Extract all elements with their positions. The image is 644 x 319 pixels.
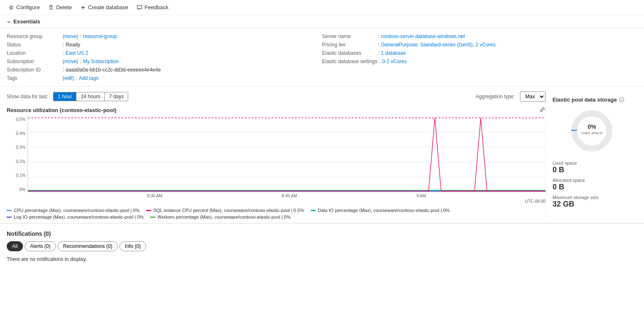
status-value: Ready — [66, 42, 80, 48]
essentials-row-elastic-db-settings: Elastic database settings : 0-2 vCores — [322, 59, 637, 64]
status-label: Status — [7, 42, 61, 48]
configure-button[interactable]: Configure — [5, 3, 43, 12]
chart-wrapper: 0.5% 0.4% 0.3% 0.2% 0.1% 0% — [28, 117, 545, 204]
svg-rect-1 — [50, 6, 52, 9]
delete-label: Delete — [56, 4, 72, 10]
storage-title-text: Elastic pool data storage — [553, 97, 617, 103]
max-storage-value: 32 GB — [553, 200, 631, 209]
subscription-id-label: Subscription ID — [7, 67, 61, 73]
pricing-tier-label: Pricing tier — [322, 42, 376, 48]
y-label-3: 0.3% — [16, 145, 25, 150]
time-btn-1hour[interactable]: 1 hour — [53, 92, 76, 101]
y-label-2: 0.2% — [16, 159, 25, 164]
tags-edit-link[interactable]: (edit) — [63, 75, 74, 81]
subscription-move-link[interactable]: (move) — [63, 59, 78, 64]
svg-point-0 — [10, 6, 12, 8]
server-name-label: Server name — [322, 33, 376, 39]
location-link[interactable]: East US 2 — [66, 50, 88, 56]
y-label-1: 0.1% — [16, 173, 25, 178]
configure-label: Configure — [16, 4, 40, 10]
grid-line-bottom — [28, 192, 545, 192]
essentials-header[interactable]: Essentials — [0, 15, 644, 28]
legend-log-io-label: Log IO percentage (Max), courseware/cont… — [14, 214, 144, 219]
legend-cpu: CPU percentage (Max), courseware/contoso… — [7, 208, 139, 213]
time-btn-24hours[interactable]: 24 hours — [76, 92, 105, 101]
storage-stats: Used space 0 B Allocated space 0 B Maxim… — [553, 161, 631, 209]
location-label: Location — [7, 50, 61, 56]
feedback-button[interactable]: Feedback — [133, 3, 172, 12]
delete-button[interactable]: Delete — [45, 3, 75, 12]
donut-container: 0% USED SPACE — [553, 108, 631, 154]
legend-workers-label: Workers percentage (Max), courseware/con… — [157, 214, 291, 219]
max-storage-label: Maximum storage size — [553, 195, 631, 200]
pin-icon[interactable] — [540, 107, 545, 114]
x-label-830: 8:30 AM — [147, 194, 162, 198]
legend-workers-color — [150, 217, 155, 218]
svg-point-4 — [574, 113, 609, 148]
essentials-left-col: Resource group (move) : resource-group S… — [7, 33, 322, 81]
server-name-link[interactable]: contoso-server.database.windows.net — [381, 33, 465, 39]
legend-log-io: Log IO percentage (Max), courseware/cont… — [7, 214, 144, 219]
notifications-section: Notifications (0) All Alerts (0) Recomme… — [0, 224, 644, 269]
x-axis-labels: 8:30 AM 8:45 AM 9 AM — [28, 192, 545, 198]
elastic-databases-link[interactable]: 1 database — [381, 50, 406, 56]
essentials-row-location: Location : East US 2 — [7, 50, 322, 56]
resource-group-label: Resource group — [7, 33, 61, 39]
notif-tab-info[interactable]: Info (0) — [119, 241, 146, 251]
chart-legend: CPU percentage (Max), courseware/contoso… — [7, 208, 545, 219]
essentials-row-subscription: Subscription (move) : My Subscription — [7, 59, 322, 64]
essentials-row-resource-group: Resource group (move) : resource-group — [7, 33, 322, 39]
essentials-row-status: Status : Ready — [7, 42, 322, 48]
legend-data-io: Data IO percentage (Max), courseware/con… — [311, 208, 450, 213]
aggregation-select[interactable]: Max Min Avg — [520, 92, 545, 102]
elastic-db-settings-link[interactable]: 0-2 vCores — [382, 59, 407, 64]
chart-main: Show data for last: 1 hour 24 hours 7 da… — [7, 92, 545, 219]
essentials-title: Essentials — [13, 18, 40, 25]
chart-area: 0.5% 0.4% 0.3% 0.2% 0.1% 0% — [28, 117, 545, 192]
storage-title: Elastic pool data storage — [553, 97, 631, 103]
allocated-space-stat: Allocated space 0 B — [553, 178, 631, 191]
add-tags-link[interactable]: Add tags — [79, 75, 99, 81]
notifications-tabs: All Alerts (0) Recommendations (0) Info … — [7, 241, 637, 251]
chart-section: Show data for last: 1 hour 24 hours 7 da… — [0, 87, 644, 223]
legend-log-io-color — [7, 217, 12, 218]
notif-tab-recommendations[interactable]: Recommendations (0) — [58, 241, 118, 251]
essentials-row-subscription-id: Subscription ID : aaaa0a0a-bb1b-cc2c-dd3… — [7, 67, 322, 73]
create-database-label: Create database — [88, 4, 128, 10]
y-axis: 0.5% 0.4% 0.3% 0.2% 0.1% 0% — [10, 117, 27, 192]
max-storage-stat: Maximum storage size 32 GB — [553, 195, 631, 209]
subscription-link[interactable]: My Subscription — [83, 59, 119, 64]
chart-title-row: Resource utilization (contoso-elastic-po… — [7, 107, 545, 114]
chart-controls: Show data for last: 1 hour 24 hours 7 da… — [7, 92, 545, 102]
notif-tab-alerts[interactable]: Alerts (0) — [25, 241, 56, 251]
delete-icon — [48, 5, 54, 10]
legend-cpu-label: CPU percentage (Max), courseware/contoso… — [14, 208, 139, 213]
create-database-button[interactable]: Create database — [77, 3, 132, 12]
pricing-tier-link[interactable]: GeneralPurpose: Standard-series (Gen5), … — [381, 42, 495, 48]
resource-group-link[interactable]: resource-group — [83, 33, 117, 39]
allocated-space-label: Allocated space — [553, 178, 631, 183]
used-space-stat: Used space 0 B — [553, 161, 631, 174]
legend-data-io-label: Data IO percentage (Max), courseware/con… — [318, 208, 450, 213]
x-label-845: 8:45 AM — [282, 194, 297, 198]
subscription-id-value: aaaa0a0a-bb1b-cc2c-dd3d-eeeeee4e4e4e — [66, 67, 161, 73]
svg-text:USED SPACE: USED SPACE — [581, 131, 602, 135]
time-btn-7days[interactable]: 7 days — [105, 92, 128, 101]
x-label-9: 9 AM — [416, 194, 426, 198]
toolbar: Configure Delete Create database Feedbac… — [0, 0, 644, 15]
y-label-5: 0.5% — [16, 117, 25, 122]
feedback-icon — [137, 5, 142, 10]
notifications-empty-message: There are no notifications to display. — [7, 256, 637, 262]
legend-cpu-color — [7, 210, 12, 211]
essentials-row-tags: Tags (edit) : Add tags — [7, 75, 322, 81]
y-label-0: 0% — [20, 187, 25, 192]
elastic-databases-label: Elastic databases — [322, 50, 376, 56]
feedback-label: Feedback — [145, 4, 168, 10]
timezone-label: UTC-06:00 — [28, 199, 545, 204]
essentials-row-elastic-databases: Elastic databases : 1 database — [322, 50, 637, 56]
y-label-4: 0.4% — [16, 131, 25, 136]
donut-chart: 0% USED SPACE — [569, 108, 615, 154]
resource-group-move-link[interactable]: (move) — [63, 33, 78, 39]
legend-workers: Workers percentage (Max), courseware/con… — [150, 214, 291, 219]
notif-tab-all[interactable]: All — [7, 241, 23, 251]
